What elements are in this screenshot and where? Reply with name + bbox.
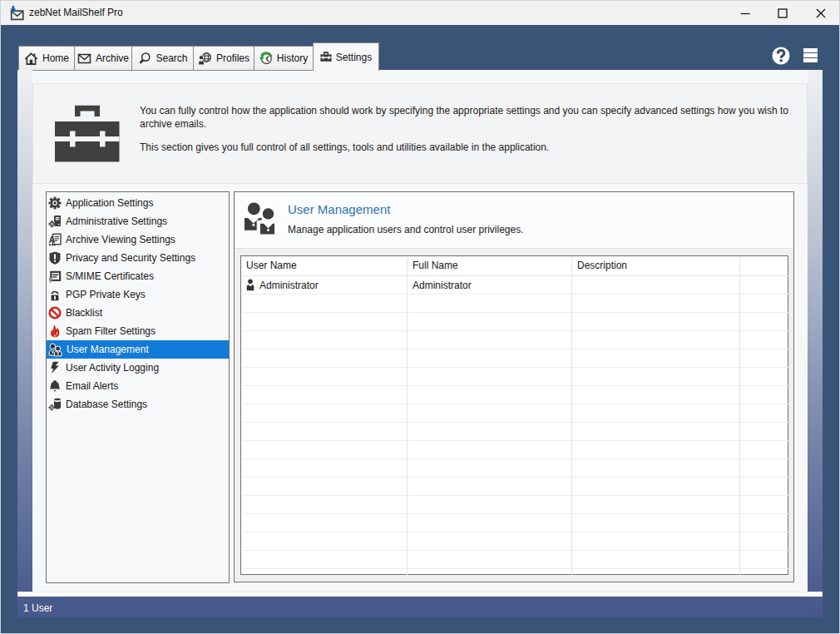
svg-text:A: A [49,235,56,245]
